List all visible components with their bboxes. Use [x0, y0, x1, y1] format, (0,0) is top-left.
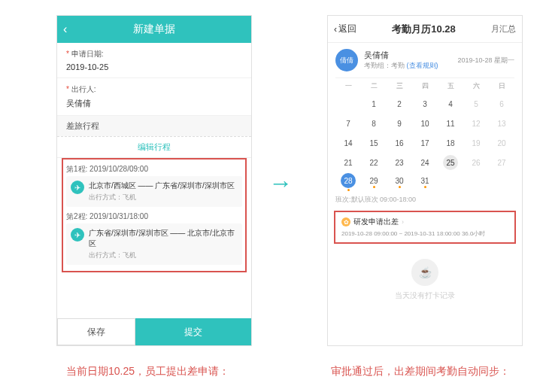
- calendar-week: 123456: [335, 94, 514, 114]
- shift-label: 班次:默认班次 09:00-18:00: [328, 192, 522, 208]
- save-button[interactable]: 保存: [57, 318, 135, 345]
- calendar-day[interactable]: 8: [361, 114, 387, 133]
- apply-date-section: 申请日期: 2019-10-25: [57, 43, 251, 78]
- calendar-day[interactable]: 17: [412, 133, 438, 153]
- trip-section-header: 差旅行程: [57, 116, 251, 136]
- status-dot-icon: [399, 186, 401, 188]
- calendar-day[interactable]: 22: [361, 153, 387, 172]
- calendar-day[interactable]: 12: [463, 114, 489, 133]
- status-dot-icon: [424, 186, 426, 188]
- header-title: 新建单据: [57, 23, 251, 36]
- weekday-cell: 五: [438, 81, 463, 91]
- traveler-label: 出行人:: [66, 84, 242, 95]
- traveler-section: 出行人: 吴倩倩: [57, 78, 251, 116]
- calendar-day[interactable]: 11: [438, 114, 463, 133]
- status-dot-icon: [373, 186, 375, 188]
- calendar-day: [438, 172, 463, 192]
- approval-title: 研发申请出差: [353, 217, 399, 227]
- weekday-cell: 六: [463, 81, 489, 91]
- segment1-route: 北京市/西城区 —— 广东省/深圳市/深圳市区: [89, 181, 235, 191]
- caption-right: 审批通过后，出差期间考勤自动同步：: [331, 365, 510, 378]
- calendar-body: 1234567891011121314151617181920212223242…: [335, 94, 514, 192]
- selected-date-text: 2019-10-28 星期一: [457, 56, 514, 65]
- avatar[interactable]: 倩倩: [335, 49, 358, 71]
- empty-state: ☕ 当天没有打卡记录: [328, 247, 522, 301]
- header-bar: ‹ 返回 考勤月历10.28 月汇总: [328, 16, 522, 43]
- calendar-day[interactable]: 27: [489, 153, 514, 172]
- calendar-week: 28293031: [335, 172, 514, 192]
- coffee-cup-icon: ☕: [411, 259, 438, 286]
- calendar-day: [489, 172, 514, 192]
- plane-icon: ✈: [71, 181, 84, 194]
- calendar-day[interactable]: 31: [412, 172, 438, 192]
- calendar-day[interactable]: 23: [387, 153, 412, 172]
- user-group: 考勤组：考勤 (查看规则): [364, 61, 451, 71]
- caption-left: 当前日期10.25，员工提出差申请：: [66, 365, 229, 378]
- calendar-day[interactable]: 6: [489, 94, 514, 114]
- calendar-day[interactable]: 19: [463, 133, 489, 153]
- segment1-mode: 出行方式：飞机: [89, 193, 235, 202]
- segment1-label: 第1程: 2019/10/28/09:00: [66, 163, 242, 176]
- chevron-right-icon: ›: [402, 218, 404, 226]
- back-button[interactable]: ‹ 返回: [334, 23, 356, 35]
- empty-text: 当天没有打卡记录: [328, 290, 522, 301]
- calendar-day[interactable]: 15: [361, 133, 387, 153]
- weekday-cell: 日: [489, 81, 514, 91]
- calendar-day[interactable]: 30: [387, 172, 412, 192]
- calendar-day[interactable]: 7: [335, 114, 361, 133]
- briefcase-icon: ✿: [341, 217, 350, 226]
- calendar-day[interactable]: 9: [387, 114, 412, 133]
- weekday-header: 一二三四五六日: [335, 77, 514, 94]
- calendar-day[interactable]: 13: [489, 114, 514, 133]
- status-dot-icon: [347, 189, 350, 191]
- user-name: 吴倩倩: [364, 50, 451, 61]
- calendar-week: 14151617181920: [335, 133, 514, 153]
- approval-highlight[interactable]: ✿ 研发申请出差 › 2019-10-28 09:00:00 ~ 2019-10…: [334, 211, 516, 244]
- calendar-day[interactable]: 14: [335, 133, 361, 153]
- calendar-day[interactable]: 10: [412, 114, 438, 133]
- plane-icon: ✈: [71, 228, 84, 242]
- calendar-day[interactable]: 28: [335, 172, 361, 192]
- calendar-day[interactable]: 16: [387, 133, 412, 153]
- calendar-day[interactable]: 2: [387, 94, 412, 114]
- weekday-cell: 一: [335, 81, 361, 91]
- calendar-day[interactable]: 3: [412, 94, 438, 114]
- weekday-cell: 二: [361, 81, 387, 91]
- calendar-week: 21222324252627: [335, 153, 514, 172]
- monthly-summary-link[interactable]: 月汇总: [491, 23, 516, 35]
- calendar-day[interactable]: 21: [335, 153, 361, 172]
- back-icon[interactable]: ‹: [63, 23, 67, 36]
- segment2-label: 第2程: 2019/10/31/18:00: [66, 210, 242, 223]
- calendar-day[interactable]: 24: [412, 153, 438, 172]
- calendar-day[interactable]: 26: [463, 153, 489, 172]
- segment1-card[interactable]: ✈ 北京市/西城区 —— 广东省/深圳市/深圳市区 出行方式：飞机: [66, 176, 242, 207]
- calendar: 一二三四五六日 12345678910111213141516171819202…: [328, 77, 522, 192]
- calendar-day[interactable]: 29: [361, 172, 387, 192]
- back-label: 返回: [338, 23, 356, 35]
- calendar-day[interactable]: 20: [489, 133, 514, 153]
- calendar-day[interactable]: 18: [438, 133, 463, 153]
- view-rules-link[interactable]: (查看规则): [407, 62, 438, 69]
- apply-date-value[interactable]: 2019-10-25: [66, 59, 242, 71]
- user-group-text: 考勤组：考勤: [364, 62, 407, 69]
- edit-trip-link[interactable]: 编辑行程: [57, 136, 251, 158]
- calendar-day[interactable]: 25: [438, 153, 463, 172]
- arrow-icon: →: [268, 169, 293, 197]
- calendar-day: [463, 172, 489, 192]
- calendar-day[interactable]: 5: [463, 94, 489, 114]
- calendar-week: 78910111213: [335, 114, 514, 133]
- traveler-value[interactable]: 吴倩倩: [66, 95, 242, 109]
- segment2-card[interactable]: ✈ 广东省/深圳市/深圳市区 —— 北京市/北京市区 出行方式：飞机: [66, 223, 242, 265]
- approval-title-row: ✿ 研发申请出差 ›: [341, 217, 508, 227]
- calendar-day[interactable]: 4: [438, 94, 463, 114]
- segment2-mode: 出行方式：飞机: [89, 251, 238, 260]
- create-form-screen: ‹ 新建单据 申请日期: 2019-10-25 出行人: 吴倩倩 差旅行程 编辑…: [56, 15, 252, 346]
- weekday-cell: 四: [412, 81, 438, 91]
- approval-detail: 2019-10-28 09:00:00 ~ 2019-10-31 18:00:0…: [341, 229, 508, 238]
- header-bar: ‹ 新建单据: [57, 16, 251, 43]
- user-info-row: 倩倩 吴倩倩 考勤组：考勤 (查看规则) 2019-10-28 星期一: [328, 43, 522, 77]
- calendar-day[interactable]: 1: [361, 94, 387, 114]
- attendance-calendar-screen: ‹ 返回 考勤月历10.28 月汇总 倩倩 吴倩倩 考勤组：考勤 (查看规则) …: [327, 15, 523, 346]
- weekday-cell: 三: [387, 81, 412, 91]
- submit-button[interactable]: 提交: [135, 318, 251, 345]
